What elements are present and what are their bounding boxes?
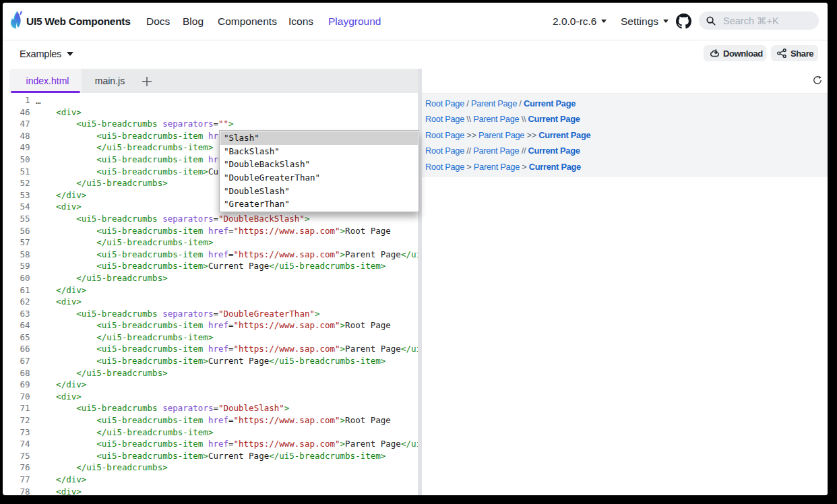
line-number: 56 bbox=[9, 225, 30, 237]
breadcrumb-link-parent[interactable]: Parent Page bbox=[478, 130, 524, 140]
code-token-tag: <ui5-breadcrumbs-item bbox=[96, 320, 203, 330]
code-token-pl bbox=[36, 356, 96, 366]
breadcrumb-current-page[interactable]: Current Page bbox=[528, 146, 580, 156]
version-dropdown[interactable]: 2.0.0-rc.6 bbox=[553, 3, 607, 40]
settings-dropdown[interactable]: Settings bbox=[621, 3, 669, 40]
code-line: 70 <div> bbox=[9, 391, 418, 403]
line-number: 50 bbox=[9, 154, 30, 166]
code-token-pl bbox=[203, 131, 208, 141]
code-token-pl: Current Page bbox=[208, 261, 269, 271]
breadcrumb-link-parent[interactable]: Parent Page bbox=[470, 98, 516, 108]
breadcrumb-current-page[interactable]: Current Page bbox=[528, 162, 580, 172]
code-token-pl: = bbox=[228, 439, 234, 449]
tab-index-html-label: index.html bbox=[26, 75, 69, 86]
code-token-tag: <ui5-breadcrumbs-item> bbox=[96, 451, 208, 461]
breadcrumb-current-page[interactable]: Current Page bbox=[523, 98, 575, 108]
refresh-icon[interactable] bbox=[813, 75, 822, 85]
code-line: 72 <ui5-breadcrumbs-item href="https://w… bbox=[9, 414, 418, 427]
add-tab-button[interactable] bbox=[138, 69, 165, 93]
breadcrumb-link-parent[interactable]: Parent Page bbox=[473, 146, 519, 156]
line-number: 78 bbox=[9, 486, 30, 495]
breadcrumb-link-root[interactable]: Root Page bbox=[425, 114, 464, 124]
code-line: 1… bbox=[9, 94, 418, 106]
line-number: 1 bbox=[9, 94, 30, 106]
code-token-tag: </ui5-breadcrumbs> bbox=[76, 273, 167, 283]
ui5-flame-logo-icon[interactable] bbox=[10, 9, 25, 32]
code-token-tag: <ui5-breadcrumbs bbox=[76, 403, 157, 413]
examples-dropdown[interactable]: Examples bbox=[20, 41, 73, 67]
nav-link-blog[interactable]: Blog bbox=[183, 3, 204, 40]
breadcrumb-link-root[interactable]: Root Page bbox=[425, 98, 464, 108]
code-line: 69 </div> bbox=[9, 379, 418, 391]
code-token-tag: <ui5-breadcrumbs-item bbox=[96, 226, 203, 236]
download-button[interactable]: Download bbox=[704, 45, 766, 61]
breadcrumb-row: Root Page > Parent Page > Current Page bbox=[425, 159, 808, 175]
breadcrumb-current-page[interactable]: Current Page bbox=[538, 130, 590, 140]
code-token-pl: = bbox=[228, 415, 234, 425]
code-token-tag: </div> bbox=[56, 285, 86, 295]
version-label: 2.0.0-rc.6 bbox=[553, 15, 596, 27]
nav-link-icons[interactable]: Icons bbox=[288, 3, 313, 40]
nav-link-docs[interactable]: Docs bbox=[146, 3, 170, 40]
share-button[interactable]: Share bbox=[771, 45, 818, 61]
code-token-tag: </ui5-breadcrumbs> bbox=[76, 368, 167, 378]
code-token-tag: > bbox=[340, 439, 346, 449]
chevron-down-icon bbox=[601, 20, 607, 23]
breadcrumb-link-parent[interactable]: Parent Page bbox=[473, 114, 519, 124]
breadcrumb-current-page[interactable]: Current Page bbox=[528, 114, 580, 124]
autocomplete-option[interactable]: "GreaterThan" bbox=[220, 197, 418, 211]
code-token-tag: </ui5-breadcrumbs-item> bbox=[269, 356, 385, 366]
search-input-field[interactable] bbox=[723, 11, 814, 30]
autocomplete-dropdown: "Slash""BackSlash""DoubleBackSlash""Doub… bbox=[219, 130, 419, 212]
line-number: 52 bbox=[9, 177, 30, 189]
code-token-pl bbox=[36, 226, 96, 236]
share-label: Share bbox=[790, 49, 813, 59]
code-token-pl: = bbox=[228, 344, 234, 354]
breadcrumb-separator: >> bbox=[524, 130, 538, 140]
code-token-tag: </ui5-breadcrumbs-item> bbox=[96, 427, 213, 437]
line-number: 47 bbox=[9, 118, 30, 130]
code-token-pl bbox=[36, 451, 96, 461]
code-token-pl bbox=[36, 320, 96, 330]
line-number: 70 bbox=[9, 391, 30, 403]
code-token-fold: … bbox=[36, 96, 42, 106]
line-number: 77 bbox=[9, 474, 30, 486]
code-token-pl bbox=[36, 261, 96, 271]
search-input[interactable] bbox=[699, 11, 819, 30]
code-token-pl bbox=[203, 439, 208, 449]
code-token-pl bbox=[36, 427, 96, 437]
code-line: 57 </ui5-breadcrumbs-item> bbox=[9, 237, 418, 249]
code-token-attr: separators bbox=[162, 214, 213, 224]
examples-toolbar: Examples Download Share bbox=[3, 41, 828, 67]
line-number: 51 bbox=[9, 166, 30, 178]
code-token-pl: Parent Page bbox=[345, 249, 401, 259]
nav-link-playground[interactable]: Playground bbox=[328, 3, 381, 40]
search-icon bbox=[706, 15, 716, 26]
code-token-pl: = bbox=[213, 309, 218, 319]
code-token-pl: = bbox=[228, 320, 234, 330]
autocomplete-option[interactable]: "DoubleGreaterThan" bbox=[220, 171, 418, 185]
tab-index-html[interactable]: index.html bbox=[9, 69, 82, 93]
code-token-tag: </ui5-breadcrumbs-item> bbox=[401, 249, 418, 259]
code-token-pl bbox=[203, 344, 208, 354]
nav-link-components[interactable]: Components bbox=[218, 3, 277, 40]
breadcrumb-link-root[interactable]: Root Page bbox=[425, 162, 464, 172]
code-line: 66 <ui5-breadcrumbs-item href="https://w… bbox=[9, 343, 418, 355]
autocomplete-option[interactable]: "DoubleSlash" bbox=[220, 185, 418, 198]
autocomplete-option[interactable]: "BackSlash" bbox=[220, 145, 418, 158]
code-token-tag: <ui5-breadcrumbs-item bbox=[96, 344, 203, 354]
code-token-pl bbox=[36, 439, 96, 449]
breadcrumb-link-parent[interactable]: Parent Page bbox=[473, 162, 519, 172]
breadcrumb-link-root[interactable]: Root Page bbox=[425, 130, 464, 140]
autocomplete-option[interactable]: "DoubleBackSlash" bbox=[220, 158, 418, 171]
code-token-tag: </div> bbox=[56, 379, 86, 389]
tab-main-js[interactable]: main.js bbox=[82, 69, 138, 93]
editor-tab-bar: index.html main.js bbox=[9, 69, 418, 93]
breadcrumb-link-root[interactable]: Root Page bbox=[425, 146, 464, 156]
breadcrumb-separator: >> bbox=[464, 130, 478, 140]
site-title[interactable]: UI5 Web Components bbox=[26, 3, 131, 40]
github-icon[interactable] bbox=[676, 13, 691, 29]
code-token-tag: </ui5-breadcrumbs-item> bbox=[96, 237, 213, 247]
code-line: 65 </ui5-breadcrumbs-item> bbox=[9, 332, 418, 344]
autocomplete-option[interactable]: "Slash" bbox=[220, 131, 418, 145]
